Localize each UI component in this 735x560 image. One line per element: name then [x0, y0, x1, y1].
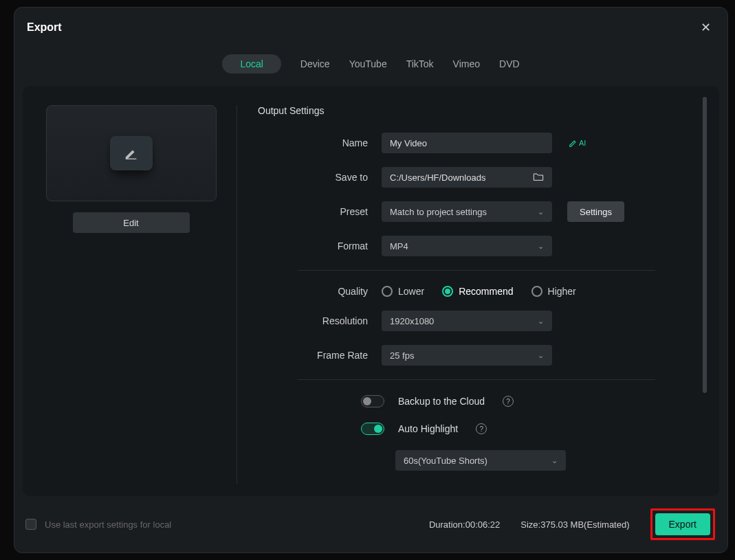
- duration-info: Duration:00:06:22: [429, 519, 500, 530]
- divider: [298, 379, 655, 380]
- framerate-label: Frame Rate: [258, 350, 382, 361]
- video-thumbnail[interactable]: [46, 105, 217, 201]
- highlight-preset-dropdown[interactable]: 60s(YouTube Shorts) ⌄: [395, 450, 566, 471]
- content-panel: Edit Output Settings Name AI Save to C:/…: [23, 86, 719, 496]
- quality-recommend[interactable]: Recommend: [442, 286, 513, 297]
- preview-column: Edit: [45, 105, 237, 484]
- export-tabs: Local Device YouTube TikTok Vimeo DVD: [14, 42, 727, 86]
- backup-label: Backup to the Cloud: [398, 396, 485, 407]
- section-title: Output Settings: [258, 105, 694, 116]
- modal-title: Export: [27, 21, 62, 34]
- settings-column: Output Settings Name AI Save to C:/Users…: [237, 105, 705, 484]
- use-last-label: Use last export settings for local: [45, 519, 171, 530]
- saveto-value: C:/Users/HF/Downloads: [390, 172, 485, 183]
- saveto-label: Save to: [258, 172, 382, 183]
- backup-toggle[interactable]: [361, 395, 384, 407]
- framerate-value: 25 fps: [390, 350, 414, 361]
- export-highlight-box: Export: [650, 508, 715, 540]
- help-icon[interactable]: ?: [503, 396, 514, 407]
- preset-value: Match to project settings: [390, 207, 487, 217]
- resolution-value: 1920x1080: [390, 316, 434, 326]
- saveto-field[interactable]: C:/Users/HF/Downloads: [382, 167, 552, 188]
- ai-rename-icon[interactable]: AI: [569, 138, 586, 148]
- scrollbar-thumb[interactable]: [703, 97, 707, 393]
- quality-radio-group: Lower Recommend Higher: [382, 286, 576, 297]
- preset-label: Preset: [258, 206, 382, 217]
- chevron-down-icon: ⌄: [538, 208, 544, 216]
- format-value: MP4: [390, 241, 408, 251]
- quality-higher[interactable]: Higher: [531, 286, 576, 297]
- highlight-label: Auto Highlight: [398, 423, 458, 434]
- close-icon[interactable]: ✕: [699, 20, 712, 35]
- chevron-down-icon: ⌄: [538, 242, 544, 251]
- modal-header: Export ✕: [14, 8, 727, 42]
- chevron-down-icon: ⌄: [538, 317, 544, 326]
- tab-tiktok[interactable]: TikTok: [406, 54, 434, 74]
- tab-youtube[interactable]: YouTube: [349, 54, 387, 74]
- use-last-checkbox[interactable]: [25, 519, 36, 530]
- highlight-preset-value: 60s(YouTube Shorts): [404, 456, 487, 466]
- tab-device[interactable]: Device: [300, 54, 330, 74]
- preset-dropdown[interactable]: Match to project settings ⌄: [382, 201, 552, 222]
- name-input[interactable]: [382, 133, 552, 153]
- tab-local[interactable]: Local: [222, 54, 281, 74]
- highlight-toggle[interactable]: [361, 423, 384, 435]
- quality-label: Quality: [258, 286, 382, 297]
- chevron-down-icon: ⌄: [551, 456, 558, 465]
- divider: [298, 270, 655, 271]
- quality-lower[interactable]: Lower: [382, 286, 424, 297]
- help-icon[interactable]: ?: [476, 423, 487, 434]
- tab-vimeo[interactable]: Vimeo: [453, 54, 480, 74]
- resolution-label: Resolution: [258, 315, 382, 326]
- chevron-down-icon: ⌄: [538, 351, 544, 360]
- framerate-dropdown[interactable]: 25 fps ⌄: [382, 345, 552, 366]
- edit-button[interactable]: Edit: [73, 212, 190, 233]
- size-info: Size:375.03 MB(Estimated): [520, 519, 629, 530]
- scrollbar[interactable]: [703, 97, 707, 458]
- resolution-dropdown[interactable]: 1920x1080 ⌄: [382, 311, 552, 331]
- export-button[interactable]: Export: [655, 513, 710, 535]
- name-label: Name: [258, 137, 382, 148]
- format-dropdown[interactable]: MP4 ⌄: [382, 236, 552, 256]
- export-modal: Export ✕ Local Device YouTube TikTok Vim…: [14, 7, 728, 553]
- folder-icon[interactable]: [533, 172, 544, 183]
- tab-dvd[interactable]: DVD: [499, 54, 520, 74]
- pencil-icon: [110, 136, 153, 170]
- settings-button[interactable]: Settings: [567, 201, 624, 222]
- format-label: Format: [258, 240, 382, 251]
- modal-footer: Use last export settings for local Durat…: [14, 496, 727, 552]
